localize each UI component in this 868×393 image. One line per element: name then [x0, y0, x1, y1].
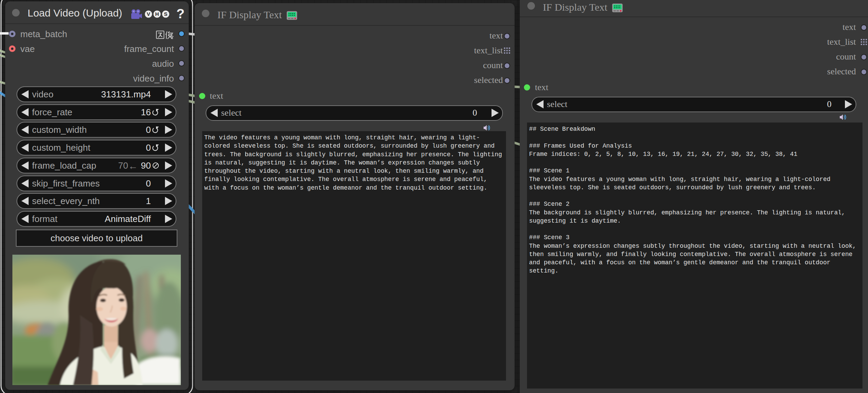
svg-text:V: V [147, 11, 150, 17]
svg-text:H: H [155, 11, 159, 17]
svg-text:S: S [164, 11, 167, 17]
